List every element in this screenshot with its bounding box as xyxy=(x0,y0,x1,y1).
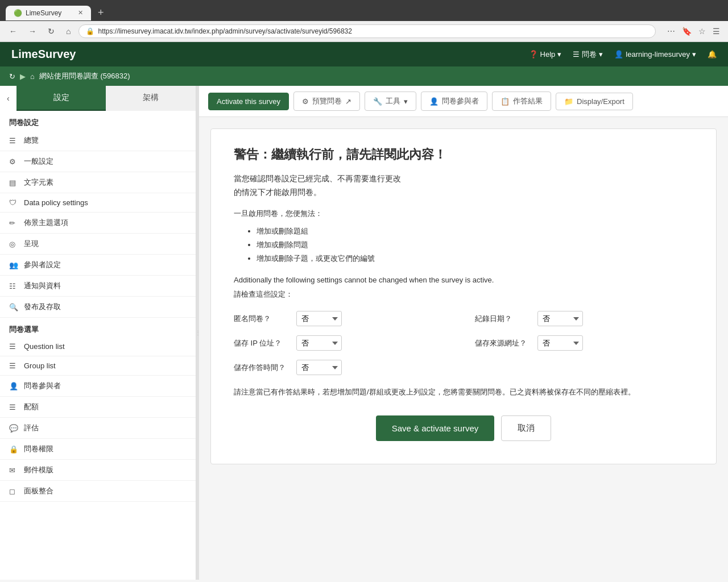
sidebar-item-presentation[interactable]: ◎ 呈現 xyxy=(0,234,196,255)
setting-row-referrer: 儲存來源網址？ 否 是 xyxy=(475,335,693,351)
sidebar-label-overview: 總覽 xyxy=(24,135,39,146)
sidebar-tab-settings[interactable]: 設定 xyxy=(16,86,106,111)
sidebar-label-text: 文字元素 xyxy=(24,177,53,188)
action-bar: Activate this survey ⚙ 預覽問卷 ↗ 🔧 工具 ▾ 👤 問… xyxy=(199,86,728,117)
group-list-icon: ☰ xyxy=(9,361,18,370)
chevron-down-icon: ▾ xyxy=(557,50,561,59)
bullet-list: 增加或刪除題組 增加或刪除問題 增加或刪除子題，或更改它們的編號 xyxy=(257,225,693,265)
bookmark-icon[interactable]: 🔖 xyxy=(680,24,694,38)
save-activate-btn[interactable]: Save & activate survey xyxy=(376,415,495,441)
sidebar-item-email-templates[interactable]: ✉ 郵件模版 xyxy=(0,460,196,481)
timings-select[interactable]: 否 是 xyxy=(296,360,342,375)
sidebar-item-panel-integration[interactable]: ◻ 面板整合 xyxy=(0,481,196,502)
survey-menu-btn[interactable]: ☰ 問卷 ▾ xyxy=(573,49,603,60)
app-logo: LimeSurvey xyxy=(11,48,76,61)
sidebar-item-overview[interactable]: ☰ 總覽 xyxy=(0,130,196,151)
referrer-label: 儲存來源網址？ xyxy=(475,338,532,348)
sidebar-item-participants[interactable]: 👤 問卷參與者 xyxy=(0,376,196,397)
star-icon[interactable]: ☆ xyxy=(696,24,708,38)
sidebar-item-permissions[interactable]: 🔒 問卷權限 xyxy=(0,439,196,460)
sidebar-item-publish[interactable]: 🔍 發布及存取 xyxy=(0,297,196,318)
sidebar-item-text[interactable]: ▤ 文字元素 xyxy=(0,172,196,193)
check-settings: 請檢查這些設定： xyxy=(234,289,693,300)
sidebar-tabs: 設定 架構 xyxy=(16,86,196,111)
sidebar-item-notifications[interactable]: ☷ 通知與資料 xyxy=(0,276,196,297)
tools-btn[interactable]: 🔧 工具 ▾ xyxy=(365,92,416,111)
help-btn[interactable]: ❓ Help ▾ xyxy=(529,50,562,59)
sidebar-label-participants-settings: 參與者設定 xyxy=(24,260,61,270)
activate-survey-btn[interactable]: Activate this survey xyxy=(208,93,289,110)
overview-icon: ☰ xyxy=(9,136,18,145)
bullet-item-0: 增加或刪除題組 xyxy=(257,225,693,238)
notifications-btn[interactable]: 🔔 xyxy=(708,50,717,59)
sidebar-item-general[interactable]: ⚙ 一般設定 xyxy=(0,151,196,172)
sidebar-item-data-policy[interactable]: 🛡 Data policy settings xyxy=(0,193,196,213)
external-link-icon: ↗ xyxy=(345,97,351,106)
cancel-btn[interactable]: 取消 xyxy=(501,415,551,441)
sidebar-label-panel-integration: 面板整合 xyxy=(24,486,53,496)
sidebar-section-survey-settings: 問卷設定 xyxy=(0,111,196,130)
email-templates-icon: ✉ xyxy=(9,466,18,475)
folder-icon: 📁 xyxy=(564,97,573,106)
chevron-down-icon-2: ▾ xyxy=(599,50,603,59)
tab-favicon: 🟢 xyxy=(14,9,22,17)
sidebar-item-group-list[interactable]: ☰ Group list xyxy=(0,356,196,376)
user-btn[interactable]: 👤 learning-limesurvey ▾ xyxy=(614,50,696,59)
extensions-icon[interactable]: ⋯ xyxy=(665,24,677,38)
sidebar-item-participants-settings[interactable]: 👥 參與者設定 xyxy=(0,255,196,276)
sidebar-tab-structure[interactable]: 架構 xyxy=(106,86,196,111)
publish-icon: 🔍 xyxy=(9,303,18,311)
chevron-down-icon-tools: ▾ xyxy=(404,97,408,106)
sidebar-label-assessments: 評估 xyxy=(24,423,39,433)
menu-btn[interactable]: ☰ xyxy=(710,24,722,38)
setting-row-ip: 儲存 IP 位址？ 否 是 xyxy=(234,335,452,351)
sidebar-item-question-list[interactable]: ☰ Question list xyxy=(0,337,196,356)
shield-icon: 🛡 xyxy=(9,198,18,207)
participants-icon: 👤 xyxy=(9,382,18,390)
breadcrumb-refresh-icon[interactable]: ↻ xyxy=(9,72,15,81)
tab-close-btn[interactable]: ✕ xyxy=(78,9,83,16)
sidebar-label-email-templates: 郵件模版 xyxy=(24,465,53,475)
survey-menu-icon: ☰ xyxy=(573,50,580,59)
responses-btn[interactable]: 📋 作答結果 xyxy=(492,92,551,111)
referrer-select[interactable]: 否 是 xyxy=(537,335,583,351)
preview-survey-btn[interactable]: ⚙ 預覽問卷 ↗ xyxy=(293,92,360,111)
bell-icon: 🔔 xyxy=(708,50,717,59)
panel-integration-icon: ◻ xyxy=(9,487,18,496)
anonymous-select[interactable]: 否 是 xyxy=(296,311,342,326)
warning-desc: 當您確認問卷設定已經完成、不再需要進行更改 的情況下才能啟用問卷。 xyxy=(234,172,693,199)
anonymous-label: 匿名問卷？ xyxy=(234,314,291,324)
once-active-label: 一旦啟用問卷，您便無法： xyxy=(234,209,693,219)
sidebar-label-permissions: 問卷權限 xyxy=(24,444,53,454)
nav-refresh-btn[interactable]: ↻ xyxy=(44,24,58,38)
record-date-select[interactable]: 否 是 xyxy=(537,311,583,326)
timings-label: 儲存作答時間？ xyxy=(234,363,291,373)
theme-icon: ✏ xyxy=(9,219,18,227)
sidebar-item-quotas[interactable]: ☰ 配額 xyxy=(0,397,196,418)
nav-back-btn[interactable]: ← xyxy=(6,24,20,38)
lock-icon: 🔒 xyxy=(86,27,94,35)
sidebar-item-assessments[interactable]: 💬 評估 xyxy=(0,418,196,439)
sidebar-collapse-btn[interactable]: ‹ xyxy=(0,88,16,109)
nav-forward-btn[interactable]: → xyxy=(25,24,40,38)
participants-btn[interactable]: 👤 問卷參與者 xyxy=(421,92,487,111)
action-buttons: Save & activate survey 取消 xyxy=(234,415,693,441)
breadcrumb-home-icon[interactable]: ⌂ xyxy=(30,72,35,81)
nav-home-btn[interactable]: ⌂ xyxy=(63,24,74,38)
additionally-note: Additionally the following settings cann… xyxy=(234,275,693,286)
sidebar-label-question-list: Question list xyxy=(24,342,65,351)
quotas-icon: ☰ xyxy=(9,403,18,411)
display-export-btn[interactable]: 📁 Display/Export xyxy=(556,93,633,110)
chevron-down-icon-3: ▾ xyxy=(692,50,696,59)
copy-icon: 📋 xyxy=(500,97,510,106)
sidebar-label-participants: 問卷參與者 xyxy=(24,381,61,391)
new-tab-btn[interactable]: + xyxy=(96,5,106,21)
tab-title: LimeSurvey xyxy=(26,9,61,17)
sidebar-label-theme: 佈景主題選項 xyxy=(24,218,68,228)
breadcrumb-survey-name: 網站使用問卷調查 (596832) xyxy=(39,71,130,81)
warning-box: 警告：繼續執行前，請先詳閱此內容！ 當您確認問卷設定已經完成、不再需要進行更改 … xyxy=(210,128,717,464)
sidebar-item-theme[interactable]: ✏ 佈景主題選項 xyxy=(0,213,196,234)
browser-tab[interactable]: 🟢 LimeSurvey ✕ xyxy=(6,6,91,20)
ip-select[interactable]: 否 是 xyxy=(296,335,342,351)
address-bar[interactable]: 🔒 https://limesurvey.imacat.idv.tw/index… xyxy=(78,24,656,38)
